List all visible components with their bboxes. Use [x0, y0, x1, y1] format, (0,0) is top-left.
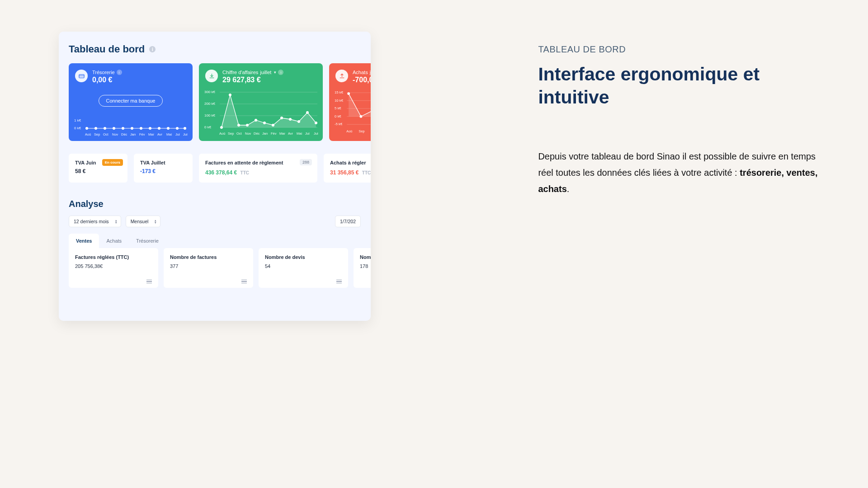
stat-factures-attente[interactable]: Factures en attente de règlement 436 378… [199, 154, 317, 183]
period-select[interactable]: 12 derniers mois ▴▾ [69, 216, 121, 227]
svg-point-10 [131, 127, 133, 130]
eyebrow: TABLEAU DE BORD [538, 44, 827, 55]
svg-point-14 [167, 127, 170, 130]
date-input[interactable]: 1/7/202 [335, 216, 361, 227]
analyse-card[interactable]: Factures réglées (TTC) 205 756,38€ [69, 248, 158, 288]
svg-point-42 [264, 122, 266, 124]
analyse-card[interactable]: Nombre 178 [354, 248, 371, 288]
menu-icon[interactable] [146, 280, 152, 284]
svg-text:Oct: Oct [103, 132, 109, 136]
svg-text:1 k€: 1 k€ [74, 118, 81, 122]
info-icon: i [278, 70, 283, 75]
ttc-label: TTC [241, 170, 249, 175]
svg-rect-1 [79, 75, 84, 76]
stats-row: TVA Juin 58 € En cours TVA Juillet -173 … [59, 154, 371, 183]
svg-point-41 [255, 119, 257, 122]
chevron-down-icon[interactable]: ▾ [274, 70, 276, 75]
page-title: Tableau de bord [69, 43, 145, 55]
svg-text:Mai: Mai [166, 132, 172, 136]
svg-text:Jui: Jui [175, 132, 180, 136]
stat-value: -173 € [140, 168, 186, 174]
card-icon [75, 70, 88, 82]
menu-icon[interactable] [336, 280, 342, 284]
svg-text:Mar: Mar [279, 131, 285, 136]
svg-text:0 k€: 0 k€ [335, 114, 341, 118]
svg-point-43 [272, 124, 274, 127]
tresorerie-chart: 1 k€ 0 k€ Aoû Sep Oct Nov Déc Jan [74, 117, 187, 136]
svg-point-9 [122, 127, 124, 130]
analyse-card-value: 377 [170, 263, 247, 269]
granularity-select[interactable]: Mensuel ▴▾ [126, 216, 161, 227]
svg-point-40 [246, 124, 249, 127]
svg-text:Jan: Jan [130, 132, 136, 136]
svg-text:Oct: Oct [236, 131, 242, 136]
svg-text:Sep: Sep [94, 132, 100, 136]
stat-value: 58 € [75, 168, 121, 174]
svg-point-16 [184, 127, 186, 130]
ca-chart: 300 k€ 200 k€ 100 k€ 0 k€ [204, 88, 317, 136]
analyse-card[interactable]: Nombre de factures 377 [164, 248, 253, 288]
svg-point-47 [307, 112, 309, 114]
ttc-label: TTC [362, 170, 371, 175]
tab-achats[interactable]: Achats [99, 234, 129, 248]
analyse-tabs: Ventes Achats Trésorerie [69, 234, 371, 248]
svg-point-48 [315, 122, 317, 124]
svg-point-39 [238, 124, 240, 127]
svg-text:Jan: Jan [262, 131, 268, 136]
svg-text:Jui: Jui [305, 131, 310, 136]
analyse-card[interactable]: Nombre de devis 54 [259, 248, 348, 288]
svg-text:Aoû: Aoû [219, 131, 225, 136]
svg-text:Nov: Nov [245, 131, 251, 136]
svg-point-44 [281, 117, 283, 119]
stat-tva-juillet[interactable]: TVA Juillet -173 € [134, 154, 193, 183]
tab-ventes[interactable]: Ventes [69, 234, 99, 248]
hero-heading: Interface ergonomique et intuitive [538, 63, 827, 109]
svg-point-71 [348, 93, 350, 95]
stat-title: Achats à régler [330, 160, 371, 165]
svg-text:100 k€: 100 k€ [204, 113, 216, 117]
card-period[interactable]: juillet [260, 70, 271, 75]
svg-text:15 k€: 15 k€ [335, 90, 344, 94]
svg-text:Mar: Mar [148, 132, 154, 136]
info-icon[interactable]: i [149, 46, 156, 52]
analyse-filters: 12 derniers mois ▴▾ Mensuel ▴▾ 1/7/202 [59, 216, 371, 227]
stat-tva-juin[interactable]: TVA Juin 58 € En cours [69, 154, 127, 183]
body-text: Depuis votre tableau de bord Sinao il es… [538, 148, 827, 197]
download-icon [205, 70, 218, 82]
connect-bank-button[interactable]: Connecter ma banque [99, 95, 163, 107]
svg-text:Mai: Mai [297, 131, 302, 136]
card-tresorerie[interactable]: Trésorerie i 0,00 € Connecter ma banque … [69, 63, 193, 141]
svg-text:Fév: Fév [271, 131, 277, 136]
svg-text:Aoû: Aoû [85, 132, 91, 136]
card-value: -700,00 € [353, 76, 371, 84]
dashboard-app: Tableau de bord i Trésorerie i 0,00 € [59, 32, 371, 321]
svg-text:5 k€: 5 k€ [335, 106, 341, 110]
analyse-card-title: Nombre de devis [265, 254, 342, 260]
analyse-card-title: Factures réglées (TTC) [75, 254, 152, 260]
analyse-cards-row: Factures réglées (TTC) 205 756,38€ Nombr… [59, 248, 371, 288]
stat-achats-regler[interactable]: Achats à régler 31 356,85 € TTC [324, 154, 371, 183]
card-chiffre-affaires[interactable]: Chiffre d'affaires juillet ▾ i 29 627,83… [199, 63, 323, 141]
menu-icon[interactable] [241, 280, 247, 284]
svg-point-11 [140, 127, 142, 130]
svg-point-15 [176, 127, 179, 130]
svg-point-8 [113, 127, 115, 130]
svg-point-12 [149, 127, 151, 130]
svg-text:Nov: Nov [112, 132, 118, 136]
stat-title: Factures en attente de règlement [205, 160, 311, 165]
svg-point-7 [104, 127, 106, 130]
svg-point-46 [298, 121, 300, 123]
svg-text:200 k€: 200 k€ [204, 102, 216, 106]
tab-tresorerie[interactable]: Trésorerie [129, 234, 166, 248]
upload-icon [335, 70, 348, 82]
analyse-card-title: Nombre [360, 254, 371, 260]
stat-value: 436 378,64 € [205, 169, 237, 176]
card-label: Trésorerie [92, 70, 115, 75]
svg-point-6 [95, 127, 97, 130]
card-achats[interactable]: Achats juillet -700,00 € 15 k€ 10 k€ 5 k… [329, 63, 371, 141]
card-period[interactable]: juillet [370, 70, 371, 75]
marketing-copy: TABLEAU DE BORD Interface ergonomique et… [538, 0, 868, 488]
svg-point-45 [289, 118, 292, 121]
kpi-cards-row: Trésorerie i 0,00 € Connecter ma banque … [59, 63, 371, 141]
svg-text:-5 k€: -5 k€ [335, 122, 343, 126]
